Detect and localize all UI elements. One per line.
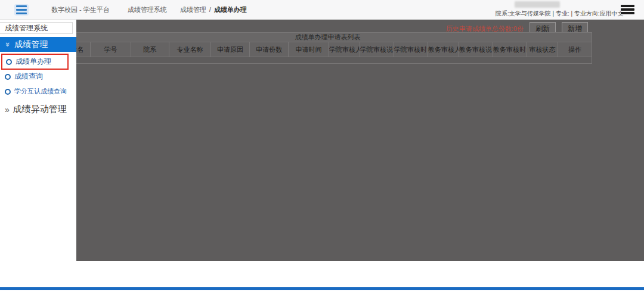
page: 数字校园 - 学生平台 成绩管理系统 成绩管理 / 成绩单办理 院系:文学与传媒… — [0, 0, 644, 292]
user-name-redacted — [515, 1, 560, 8]
application-table: 成绩单办理申请表列表 姓名 学号 院系 专业名称 申请原因 申请份数 申请时间 … — [76, 32, 592, 64]
application-table-container: 成绩单办理申请表列表 姓名 学号 院系 专业名称 申请原因 申请份数 申请时间 … — [76, 32, 593, 64]
breadcrumb-separator: / — [209, 6, 211, 13]
col-academic-review-time: 教务审核时间 — [493, 42, 527, 57]
circle-icon — [6, 59, 12, 65]
sidebar-title: 成绩管理系统 — [0, 22, 73, 34]
bottom-blue-bar — [0, 287, 644, 290]
col-department: 院系 — [131, 42, 169, 57]
sidebar-item-grade-query[interactable]: 成绩查询 — [0, 70, 76, 83]
user-info: 院系:文学与传媒学院 | 专业: | 专业方向:应用中文 — [496, 10, 612, 18]
sidebar-item-label: 成绩查询 — [14, 72, 43, 82]
sidebar: 成绩管理系统 » 成绩管理 成绩单办理 成绩查询 学分互认成绩查询 » 成绩异动… — [0, 20, 76, 292]
chevron-right-icon: » — [5, 105, 10, 114]
empty-table-row — [76, 57, 592, 64]
sidebar-item-transcript-request[interactable]: 成绩单办理 — [5, 56, 67, 67]
col-review-status: 审核状态 — [527, 42, 558, 57]
sidebar-group-grade-change-management[interactable]: » 成绩异动管理 — [0, 104, 76, 115]
col-academic-review-note: 教务审核说明 — [459, 42, 493, 57]
sidebar-item-credit-mutual-recognition-query[interactable]: 学分互认成绩查询 — [0, 85, 76, 98]
table-header-row: 姓名 学号 院系 专业名称 申请原因 申请份数 申请时间 学院审核人 学院审核说… — [76, 42, 592, 57]
top-header: 数字校园 - 学生平台 成绩管理系统 成绩管理 / 成绩单办理 院系:文学与传媒… — [0, 0, 644, 20]
sidebar-item-label: 成绩单办理 — [16, 57, 51, 67]
system-title-link[interactable]: 成绩管理系统 — [128, 5, 167, 14]
user-area: 院系:文学与传媒学院 | 专业: | 专业方向:应用中文 — [496, 1, 612, 18]
sidebar-group-label: 成绩管理 — [14, 39, 48, 50]
col-actions: 操作 — [558, 42, 592, 57]
col-college-reviewer: 学院审核人 — [329, 42, 360, 57]
circle-icon — [5, 74, 11, 80]
col-college-review-time: 学院审核时间 — [394, 42, 428, 57]
breadcrumb-parent[interactable]: 成绩管理 — [180, 5, 206, 14]
col-apply-copies: 申请份数 — [250, 42, 289, 57]
col-apply-reason: 申请原因 — [211, 42, 250, 57]
col-college-review-note: 学院审核说明 — [360, 42, 394, 57]
col-academic-reviewer: 教务审核人 — [428, 42, 459, 57]
sidebar-group-grade-management[interactable]: » 成绩管理 — [0, 37, 76, 52]
circle-icon — [5, 89, 11, 95]
sidebar-toggle-icon[interactable] — [14, 4, 29, 15]
col-name: 姓名 — [76, 42, 91, 57]
chevron-down-icon: » — [4, 42, 13, 46]
main-content-dimmed: 历史申请成绩单总份数:0份 刷新 新增 成绩单办理申请表列表 姓名 — [76, 20, 644, 261]
breadcrumb: 成绩管理 / 成绩单办理 — [180, 5, 247, 14]
table-title: 成绩单办理申请表列表 — [76, 33, 592, 42]
sidebar-item-label: 学分互认成绩查询 — [14, 87, 67, 96]
col-major-name: 专业名称 — [169, 42, 211, 57]
app-title: 数字校园 - 学生平台 — [51, 5, 110, 14]
menu-icon[interactable] — [621, 5, 634, 14]
sidebar-group-label: 成绩异动管理 — [13, 104, 67, 115]
col-apply-time: 申请时间 — [289, 42, 329, 57]
red-highlight-box: 成绩单办理 — [1, 54, 69, 70]
col-student-id: 学号 — [91, 42, 131, 57]
breadcrumb-current: 成绩单办理 — [214, 5, 247, 14]
